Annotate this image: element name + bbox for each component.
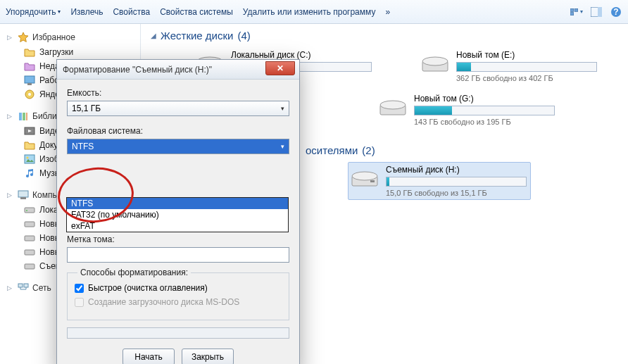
svg-rect-21: [25, 222, 34, 227]
sb-computer-label: Компь: [32, 190, 57, 200]
svg-point-16: [27, 157, 29, 159]
svg-rect-12: [23, 113, 25, 120]
hdd-icon: [24, 232, 35, 244]
chevron-down-icon: ▾: [281, 105, 284, 112]
drive-e-bar: [456, 62, 597, 72]
capacity-label: Емкость:: [67, 88, 289, 98]
close-icon: ✕: [277, 63, 284, 73]
hdd-icon: [24, 246, 35, 258]
drive-g-name: Новый том (G:): [414, 94, 556, 103]
dialog-titlebar[interactable]: Форматирование "Съемный диск (H:)" ✕: [57, 60, 299, 80]
help-icon[interactable]: ?: [610, 6, 622, 18]
hdd-icon: [24, 218, 35, 230]
quick-format-checkbox[interactable]: Быстрое (очистка оглавления): [75, 283, 282, 293]
svg-rect-24: [25, 264, 34, 269]
svg-rect-36: [370, 180, 375, 182]
drive-h-name: Съемный диск (H:): [386, 165, 528, 175]
recent-icon: [24, 61, 35, 72]
volume-input[interactable]: [67, 247, 289, 263]
section-removable-title: осителями: [306, 144, 358, 156]
section-hdd-title: Жесткие диски: [161, 30, 233, 42]
drive-icon: [421, 50, 449, 75]
drive-e-free: 362 ГБ свободно из 402 ГБ: [456, 74, 598, 82]
capacity-combo[interactable]: 15,1 ГБ▾: [67, 101, 289, 116]
svg-rect-25: [18, 284, 23, 287]
fs-option-ntfs[interactable]: NTFS: [67, 198, 288, 209]
drive-h-free: 15,0 ГБ свободно из 15,1 ГБ: [386, 189, 528, 197]
hdd-icon: [24, 261, 35, 272]
section-hdd-count: (4): [237, 30, 250, 42]
drive-h[interactable]: Съемный диск (H:) 15,0 ГБ свободно из 15…: [348, 162, 531, 200]
close-button[interactable]: ✕: [265, 61, 295, 75]
tb-properties[interactable]: Свойства: [113, 7, 150, 17]
close-dialog-button[interactable]: Закрыть: [182, 349, 234, 364]
fs-option-exfat[interactable]: exFAT: [67, 220, 288, 232]
msdos-checkbox: Создание загрузочного диска MS-DOS: [75, 297, 282, 307]
sb-network-label: Сеть: [32, 283, 51, 293]
filesystem-label: Файловая система:: [67, 126, 289, 136]
tb-more[interactable]: »: [385, 7, 390, 17]
volume-label: Метка тома:: [67, 234, 289, 244]
svg-rect-23: [25, 250, 34, 255]
fs-option-fat32[interactable]: FAT32 (по умолчанию): [67, 209, 288, 220]
disk-icon: [24, 89, 35, 100]
dialog-title: Форматирование "Съемный диск (H:)": [63, 65, 212, 75]
svg-point-35: [352, 172, 377, 180]
chevron-down-icon: ▾: [281, 143, 284, 150]
section-removable-count: (2): [362, 144, 375, 156]
drive-c-name: Локальный диск (C:): [231, 50, 373, 60]
format-options-group: Способы форматирования: Быстрое (очистка…: [67, 272, 289, 320]
start-button[interactable]: Начать: [123, 349, 175, 364]
removable-icon: [351, 165, 379, 190]
svg-rect-26: [24, 284, 28, 287]
svg-rect-11: [19, 113, 22, 120]
svg-point-20: [26, 210, 27, 211]
drive-g-free: 143 ГБ свободно из 195 ГБ: [414, 118, 556, 126]
drive-h-bar: [386, 177, 527, 187]
svg-rect-4: [598, 7, 602, 17]
drive-g-bar: [414, 106, 555, 115]
svg-point-10: [28, 93, 31, 96]
toolbar: Упорядочить▾ Извлечь Свойства Свойства с…: [0, 0, 628, 24]
svg-rect-19: [25, 208, 34, 213]
svg-point-31: [422, 57, 448, 65]
svg-rect-8: [27, 83, 32, 85]
svg-rect-2: [570, 12, 574, 15]
tb-extract[interactable]: Извлечь: [70, 7, 103, 17]
group-title: Способы форматирования:: [77, 268, 191, 277]
tb-uninstall[interactable]: Удалить или изменить программу: [243, 7, 376, 17]
svg-rect-0: [570, 8, 574, 11]
svg-rect-18: [20, 197, 26, 199]
svg-rect-17: [18, 191, 28, 197]
section-hdd[interactable]: ◢ Жесткие диски (4): [151, 30, 618, 42]
pictures-icon: [24, 153, 35, 165]
tb-sys-properties[interactable]: Свойства системы: [160, 7, 233, 17]
svg-rect-15: [25, 155, 34, 163]
svg-rect-1: [574, 8, 578, 11]
sb-favorites-label: Избранное: [32, 32, 75, 42]
svg-rect-22: [25, 236, 34, 241]
view-icon[interactable]: ▾: [570, 6, 583, 18]
drive-e[interactable]: Новый том (E:) 362 ГБ свободно из 402 ГБ: [418, 47, 601, 85]
music-icon: [24, 168, 35, 179]
doc-icon: [24, 139, 35, 151]
computer-icon: [18, 189, 29, 201]
video-icon: [24, 125, 35, 137]
preview-pane-icon[interactable]: [590, 6, 603, 18]
drive-g[interactable]: Новый том (G:) 143 ГБ свободно из 195 ГБ: [376, 91, 559, 129]
svg-rect-7: [25, 76, 34, 83]
filesystem-dropdown: NTFS FAT32 (по умолчанию) exFAT: [66, 197, 289, 232]
section-removable[interactable]: осителями (2): [306, 144, 618, 156]
tb-organize[interactable]: Упорядочить▾: [6, 7, 61, 17]
svg-point-33: [380, 101, 406, 109]
hdd-icon: [24, 204, 35, 215]
sb-downloads[interactable]: Загрузки: [4, 45, 140, 59]
desktop-icon: [24, 75, 35, 86]
sb-favorites[interactable]: ▷Избранное: [4, 30, 140, 45]
star-icon: [18, 32, 29, 43]
svg-text:?: ?: [613, 7, 618, 17]
folder-icon: [24, 46, 35, 58]
filesystem-combo[interactable]: NTFS▾: [67, 139, 289, 154]
svg-rect-13: [26, 113, 27, 120]
libraries-icon: [18, 111, 29, 122]
